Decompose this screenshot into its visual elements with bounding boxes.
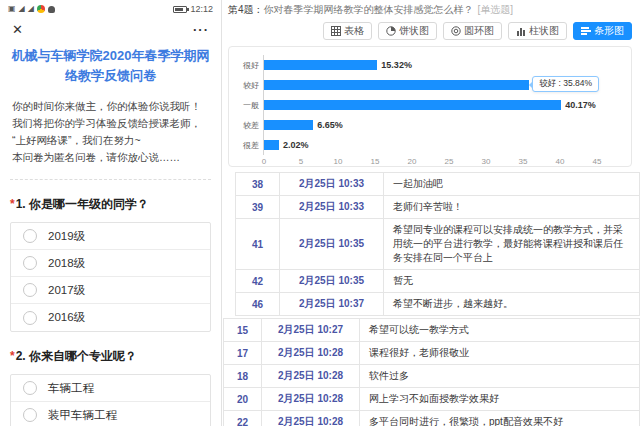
category-label: 很差 xyxy=(235,135,263,155)
radio-icon xyxy=(23,408,37,422)
chrome-icon xyxy=(37,5,45,13)
option-label: 2016级 xyxy=(48,310,85,325)
bar-chart-button[interactable]: 条形图 xyxy=(573,22,632,40)
answer-date: 2月25日 10:33 xyxy=(280,196,384,219)
bar-row-average: 40.17% xyxy=(264,95,597,115)
answer-text: 课程很好，老师很敬业 xyxy=(360,342,640,365)
answer-id: 42 xyxy=(236,270,280,293)
status-bar: ▣ ◢ ◢ 12:12 xyxy=(0,0,221,18)
answer-date: 2月25日 10:37 xyxy=(280,293,384,316)
bar-verypoor[interactable] xyxy=(264,140,279,150)
x-tick: 20 xyxy=(408,157,417,166)
question-text: 你对春季学期网络教学的整体安排感觉怎么样？ xyxy=(264,4,474,15)
column-chart-button[interactable]: 柱状图 xyxy=(508,22,567,40)
answer-id: 18 xyxy=(224,365,262,388)
intro-line: 你的时间你来做主，你的体验你说我听！ xyxy=(12,98,209,115)
question-2-options: 车辆工程 装甲车辆工程 xyxy=(10,374,211,426)
bar-value-label: 6.65% xyxy=(317,120,343,130)
question-2-title: *2. 你来自哪个专业呢？ xyxy=(10,348,211,364)
option-2019[interactable]: 2019级 xyxy=(11,223,210,250)
survey-intro: 你的时间你来做主，你的体验你说我听！ 我们将把你的学习体验反馈给授课老师，“上好… xyxy=(12,98,209,166)
donut-chart-button[interactable]: 圆环图 xyxy=(443,22,502,40)
question-1-label: 1. 你是哪一年级的同学？ xyxy=(16,197,149,211)
pie-icon xyxy=(386,26,396,36)
option-vehicle-eng[interactable]: 车辆工程 xyxy=(11,375,210,402)
x-tick: 15 xyxy=(371,157,380,166)
answer-text: 软件过多 xyxy=(360,365,640,388)
question-1-options: 2019级 2018级 2017级 2016级 xyxy=(10,222,211,332)
answer-date: 2月25日 10:28 xyxy=(262,342,360,365)
chart-plot-area: 15.32% 40.17% 6.65% 2.02 xyxy=(263,55,597,155)
button-label: 柱状图 xyxy=(529,24,559,38)
table-row: 42 2月25日 10:35 暂无 xyxy=(236,270,640,293)
phone-survey-pane: ▣ ◢ ◢ 12:12 ✕ ··· 机械与车辆学院2020年春季学期网络教学反馈… xyxy=(0,0,222,426)
phone-nav-bar: ✕ ··· xyxy=(0,18,221,40)
bar-average[interactable] xyxy=(264,100,561,110)
bar-row-verygood: 15.32% xyxy=(264,55,597,75)
chart-tooltip: 较好 : 35.84% xyxy=(532,76,599,92)
option-label: 2018级 xyxy=(48,256,85,271)
category-label: 较差 xyxy=(235,115,263,135)
signal-icon-2: ◢ xyxy=(28,5,34,13)
answer-date: 2月25日 10:33 xyxy=(280,173,384,196)
answer-text: 老师们辛苦啦！ xyxy=(384,196,640,219)
question-header: 第4题：你对春季学期网络教学的整体安排感觉怎么样？[单选题] xyxy=(222,0,640,16)
answer-id: 22 xyxy=(224,411,262,426)
answer-date: 2月25日 10:35 xyxy=(280,219,384,270)
bar-good[interactable] xyxy=(264,80,529,90)
option-2018[interactable]: 2018级 xyxy=(11,250,210,277)
table-row: 15 2月25日 10:27 希望可以统一教学方式 xyxy=(224,319,640,342)
option-2017[interactable]: 2017级 xyxy=(11,277,210,304)
answer-text: 暂无 xyxy=(384,270,640,293)
answer-text: 希望同专业的课程可以安排成统一的教学方式，并采用统一的平台进行教学，最好能将课程… xyxy=(384,219,640,270)
pie-chart-button[interactable]: 饼状图 xyxy=(378,22,437,40)
x-tick: 0 xyxy=(262,157,266,166)
answer-text: 一起加油吧 xyxy=(384,173,640,196)
answer-id: 17 xyxy=(224,342,262,365)
table-row: 46 2月25日 10:37 希望不断进步，越来越好。 xyxy=(236,293,640,316)
answer-date: 2月25日 10:28 xyxy=(262,411,360,426)
intro-line: 本问卷为匿名问卷，请你放心说…… xyxy=(12,149,209,166)
question-number: 第4题： xyxy=(228,4,264,15)
option-2016[interactable]: 2016级 xyxy=(11,304,210,331)
question-2: *2. 你来自哪个专业呢？ 车辆工程 装甲车辆工程 xyxy=(10,348,211,426)
answer-text: 希望不断进步，越来越好。 xyxy=(384,293,640,316)
bar-row-poor: 6.65% xyxy=(264,115,597,135)
x-tick: 10 xyxy=(334,157,343,166)
donut-icon xyxy=(451,26,461,36)
more-icon[interactable]: ··· xyxy=(193,22,209,37)
table-view-button[interactable]: 表格 xyxy=(323,22,372,40)
signal-icon: ◢ xyxy=(19,5,25,13)
option-label: 车辆工程 xyxy=(48,381,94,396)
x-tick: 40 xyxy=(556,157,565,166)
column-chart-icon xyxy=(516,26,526,36)
radio-icon xyxy=(23,283,37,297)
answer-id: 39 xyxy=(236,196,280,219)
bar-verygood[interactable] xyxy=(264,60,377,70)
survey-title: 机械与车辆学院2020年春季学期网络教学反馈问卷 xyxy=(7,46,214,86)
question-1-title: *1. 你是哪一年级的同学？ xyxy=(10,196,211,212)
chart-x-axis: 0 5 10 15 20 25 30 35 40 45 xyxy=(264,157,597,169)
survey-results-pane: 第4题：你对春季学期网络教学的整体安排感觉怎么样？[单选题] 表格 饼状图 圆环… xyxy=(222,0,640,426)
chart-category-axis: 很好 较好 一般 较差 很差 xyxy=(235,55,263,155)
category-label: 一般 xyxy=(235,95,263,115)
table-row: 38 2月25日 10:33 一起加油吧 xyxy=(236,173,640,196)
status-icons: ▣ ◢ ◢ xyxy=(8,5,173,13)
button-label: 圆环图 xyxy=(464,24,494,38)
bar-row-verypoor: 2.02% xyxy=(264,135,597,155)
x-tick: 35 xyxy=(519,157,528,166)
x-tick: 25 xyxy=(445,157,454,166)
question-1: *1. 你是哪一年级的同学？ 2019级 2018级 2017级 2016级 xyxy=(10,196,211,332)
radio-icon xyxy=(23,229,37,243)
horizontal-bar-chart: 很好 较好 一般 较差 很差 15.32% 40 xyxy=(228,46,632,167)
answer-text: 多平台同时进行，很繁琐，ppt配音效果不好 xyxy=(360,411,640,426)
bar-poor[interactable] xyxy=(264,120,313,130)
button-label: 饼状图 xyxy=(399,24,429,38)
table-row: 17 2月25日 10:28 课程很好，老师很敬业 xyxy=(224,342,640,365)
close-icon[interactable]: ✕ xyxy=(12,22,23,37)
x-tick: 30 xyxy=(482,157,491,166)
option-armored-vehicle-eng[interactable]: 装甲车辆工程 xyxy=(11,402,210,426)
answer-text: 网上学习不如面授教学效果好 xyxy=(360,388,640,411)
table-row: 18 2月25日 10:28 软件过多 xyxy=(224,365,640,388)
question-type-tag: [单选题] xyxy=(478,4,514,15)
